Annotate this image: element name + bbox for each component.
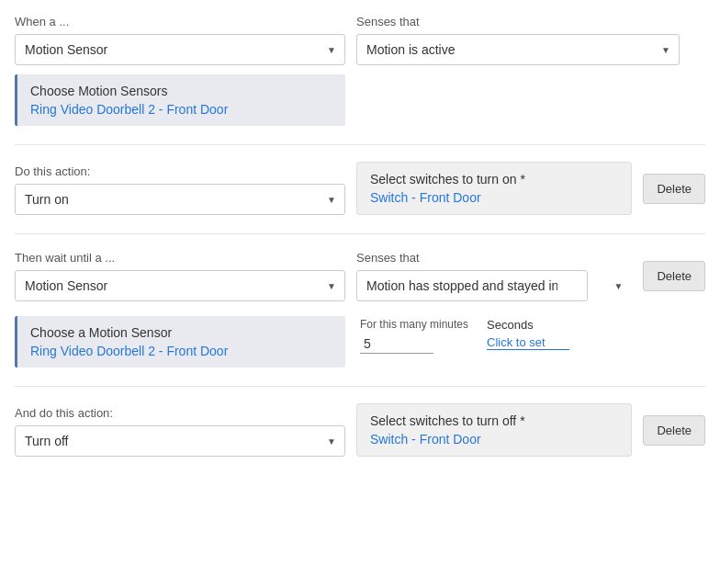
then-wait-detail-row: Choose a Motion Sensor Ring Video Doorbe… [15, 311, 705, 368]
do-action-select-wrapper: Turn on [15, 184, 345, 215]
when-device-select-wrapper: Motion Sensor [15, 34, 345, 65]
click-to-set-link[interactable]: Click to set [487, 335, 569, 350]
senses-label: Senses that [356, 15, 680, 28]
divider-2 [15, 233, 705, 234]
then-wait-label: Then wait until a ... [15, 251, 345, 265]
do-action-box-link[interactable]: Switch - Front Door [370, 190, 481, 205]
then-wait-seconds-col: Seconds Click to set [487, 318, 569, 350]
when-section: When a ... Motion Sensor Senses that Mot… [15, 15, 705, 126]
then-wait-condition-select[interactable]: Motion has stopped and stayed inacti... [356, 270, 588, 301]
divider-3 [15, 386, 705, 387]
do-action-box: Select switches to turn on * Switch - Fr… [356, 162, 632, 215]
minutes-input[interactable] [360, 334, 433, 354]
for-minutes-label: For this many minutes [360, 318, 468, 331]
then-wait-time-details: For this many minutes Seconds Click to s… [345, 311, 584, 368]
then-wait-device-select-wrapper: Motion Sensor [15, 270, 345, 301]
and-do-label: And do this action: [15, 406, 345, 420]
when-condition-select-wrapper: Motion is active [356, 34, 680, 65]
then-wait-left: Then wait until a ... Motion Sensor [15, 251, 345, 301]
then-wait-delete-button[interactable]: Delete [643, 261, 705, 291]
when-condition-col: Senses that Motion is active [356, 15, 680, 65]
and-do-left: And do this action: Turn off [15, 406, 345, 457]
when-choose-link[interactable]: Ring Video Doorbell 2 - Front Door [30, 102, 228, 117]
then-wait-minutes-col: For this many minutes [360, 318, 468, 354]
when-device-col: When a ... Motion Sensor [15, 15, 345, 65]
and-do-action-box-link[interactable]: Switch - Front Door [370, 432, 481, 447]
when-condition-select[interactable]: Motion is active [356, 34, 680, 65]
do-action-right: Select switches to turn on * Switch - Fr… [356, 162, 705, 215]
do-action-delete-button[interactable]: Delete [643, 174, 705, 204]
do-action-select[interactable]: Turn on [15, 184, 345, 215]
do-action-section: Do this action: Turn on Select switches … [15, 162, 705, 215]
when-label: When a ... [15, 15, 345, 28]
divider-1 [15, 144, 705, 145]
and-do-section: And do this action: Turn off Select swit… [15, 403, 705, 457]
and-do-right: Select switches to turn off * Switch - F… [356, 403, 705, 457]
when-choose-box: Choose Motion Sensors Ring Video Doorbel… [15, 74, 345, 126]
then-wait-condition-col: Senses that Motion has stopped and staye… [356, 251, 632, 301]
when-choose-title: Choose Motion Sensors [30, 84, 332, 98]
then-wait-choose-box: Choose a Motion Sensor Ring Video Doorbe… [15, 316, 345, 368]
then-wait-right: Senses that Motion has stopped and staye… [356, 251, 705, 301]
do-action-label: Do this action: [15, 164, 345, 178]
then-wait-section: Then wait until a ... Motion Sensor Sens… [15, 251, 705, 368]
then-wait-choose-title: Choose a Motion Sensor [30, 325, 332, 340]
then-wait-choose-link[interactable]: Ring Video Doorbell 2 - Front Door [30, 344, 228, 358]
then-wait-device-select[interactable]: Motion Sensor [15, 270, 345, 301]
seconds-label: Seconds [487, 318, 569, 332]
do-action-left: Do this action: Turn on [15, 164, 345, 215]
and-do-select[interactable]: Turn off [15, 425, 345, 457]
and-do-delete-button[interactable]: Delete [643, 415, 705, 446]
and-do-select-wrapper: Turn off [15, 425, 345, 457]
and-do-action-box-title: Select switches to turn off * [370, 413, 618, 428]
do-action-box-title: Select switches to turn on * [370, 172, 618, 187]
then-wait-condition-select-wrapper: Motion has stopped and stayed inacti... [356, 270, 632, 301]
and-do-action-box: Select switches to turn off * Switch - F… [356, 403, 632, 457]
when-device-select[interactable]: Motion Sensor [15, 34, 345, 65]
then-senses-label: Senses that [356, 251, 632, 265]
